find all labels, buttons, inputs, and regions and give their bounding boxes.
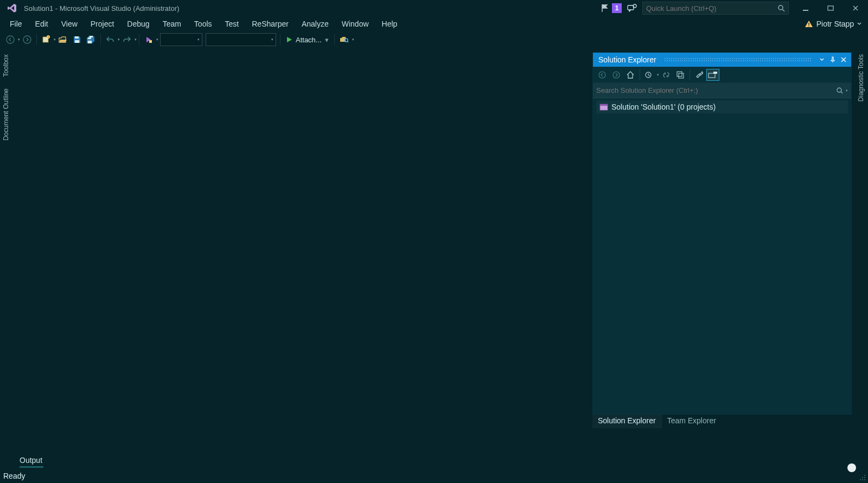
toolbar: ▾ ▾ ▾ [0,31,868,48]
solution-platform-combo[interactable]: ▾ [206,33,276,46]
minimize-button[interactable] [793,0,818,16]
open-file-button[interactable] [56,33,70,47]
quick-launch-box[interactable] [642,2,789,15]
nav-back-button[interactable] [3,33,17,47]
svg-point-24 [599,72,605,78]
toolbar-overflow-icon[interactable]: ▾ [352,37,354,42]
search-options-dropdown-icon[interactable]: ▾ [846,88,848,93]
left-tool-rail: Toolbox Document Outline [0,50,13,148]
menu-debug[interactable]: Debug [120,17,156,30]
attach-process-button[interactable]: Attach... ▾ [283,36,332,44]
svg-point-35 [864,475,865,476]
feedback-icon[interactable] [627,4,637,12]
redo-button[interactable] [120,33,134,47]
svg-line-3 [782,9,784,11]
solution-explorer-tree[interactable]: Solution 'Solution1' (0 projects) [593,98,851,414]
svg-point-40 [860,479,861,480]
properties-icon[interactable] [692,68,706,82]
svg-rect-18 [88,41,92,43]
menu-help[interactable]: Help [375,17,404,30]
solution-config-combo[interactable]: ▾ [160,33,202,46]
menu-view[interactable]: View [55,17,84,30]
solution-explorer-search[interactable]: ▾ [593,83,851,98]
account-menu[interactable]: Piotr Stapp [805,16,861,31]
svg-line-32 [841,92,843,93]
preview-selected-items-button[interactable] [706,69,719,81]
svg-point-31 [837,88,841,92]
titlebar: Solution1 - Microsoft Visual Studio (Adm… [0,0,868,16]
start-debug-button[interactable] [142,33,156,47]
svg-rect-8 [808,23,809,25]
menu-resharper[interactable]: ReSharper [245,17,295,30]
svg-rect-5 [828,6,833,10]
diagnostic-tools-tab[interactable]: Diagnostic Tools [855,50,867,106]
svg-rect-17 [88,37,91,39]
notification-flag-icon[interactable] [601,4,609,12]
notification-badge[interactable]: 1 [612,3,622,13]
forward-icon[interactable] [609,68,623,82]
right-tool-rail: Diagnostic Tools [855,50,868,109]
statusbar: Ready [0,469,868,483]
save-all-button[interactable] [84,33,98,47]
svg-rect-29 [709,73,715,78]
status-spinner-icon [847,463,856,472]
svg-rect-4 [803,10,808,11]
nav-forward-button[interactable] [20,33,34,47]
window-title: Solution1 - Microsoft Visual Studio (Adm… [24,4,180,12]
back-icon[interactable] [595,68,609,82]
close-button[interactable] [843,0,868,16]
redo-dropdown-icon[interactable]: ▾ [135,37,137,42]
account-name: Piotr Stapp [816,20,854,28]
solution-explorer-toolbar: ▾ [593,67,851,83]
solution-explorer-titlebar[interactable]: Solution Explorer [593,53,851,67]
svg-rect-27 [677,72,682,77]
svg-rect-28 [679,73,684,78]
output-tab[interactable]: Output [20,456,42,465]
solution-explorer-panel: Solution Explorer ▾ [592,52,852,415]
new-project-button[interactable] [39,33,53,47]
collapse-all-icon[interactable] [673,68,687,82]
output-tab-underline [20,466,43,468]
panel-dropdown-icon[interactable] [816,53,827,66]
resize-grip-icon[interactable] [859,474,866,481]
close-icon[interactable] [838,53,849,66]
solution-explorer-title: Solution Explorer [598,55,656,64]
pin-icon[interactable] [827,53,838,66]
svg-rect-15 [75,40,79,43]
solution-root-node[interactable]: Solution 'Solution1' (0 projects) [596,100,848,113]
tab-team-explorer[interactable]: Team Explorer [661,414,722,428]
tab-solution-explorer[interactable]: Solution Explorer [592,414,661,428]
home-icon[interactable] [623,68,637,82]
solution-explorer-search-input[interactable] [596,86,836,94]
toolbox-tab[interactable]: Toolbox [0,50,12,81]
panel-grip-icon[interactable] [664,58,811,62]
find-in-files-button[interactable] [337,33,351,47]
quick-launch-input[interactable] [646,4,775,12]
svg-point-10 [7,36,14,43]
undo-button[interactable] [103,33,117,47]
sync-icon[interactable] [659,68,673,82]
save-button[interactable] [70,33,84,47]
menu-test[interactable]: Test [219,17,246,30]
start-debug-dropdown-icon[interactable]: ▾ [156,37,158,42]
menu-analyze[interactable]: Analyze [295,17,335,30]
document-outline-tab[interactable]: Document Outline [0,84,12,145]
menu-window[interactable]: Window [335,17,375,30]
maximize-button[interactable] [818,0,843,16]
svg-point-11 [23,36,31,43]
warning-icon [805,20,813,28]
attach-label: Attach... [296,36,322,44]
menu-project[interactable]: Project [84,17,121,30]
pending-changes-filter-icon[interactable] [642,68,656,82]
menu-tools[interactable]: Tools [188,17,219,30]
menu-file[interactable]: File [3,17,29,30]
svg-rect-9 [808,26,809,27]
menu-team[interactable]: Team [156,17,188,30]
search-icon [777,4,785,12]
solution-icon [599,103,608,111]
svg-point-37 [862,477,863,478]
svg-point-36 [864,477,865,478]
vs-logo-icon [5,2,18,15]
menu-edit[interactable]: Edit [29,17,55,30]
svg-point-39 [862,479,863,480]
